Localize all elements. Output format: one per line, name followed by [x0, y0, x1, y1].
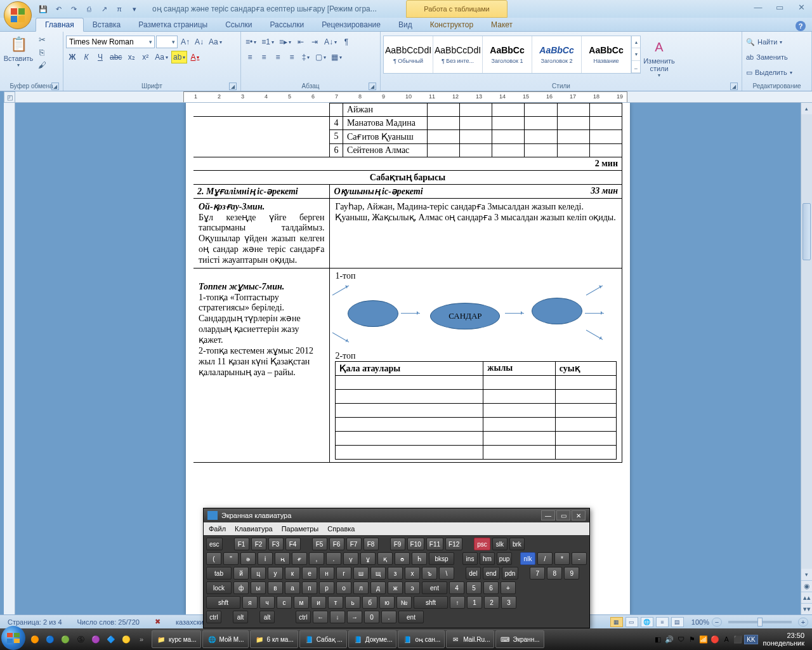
- osk-key[interactable]: 9: [564, 567, 579, 580]
- osk-key[interactable]: F8: [363, 538, 379, 550]
- osk-key[interactable]: р: [319, 581, 334, 594]
- tray-icon[interactable]: ⚑: [687, 634, 697, 644]
- osk-minimize-button[interactable]: —: [541, 510, 555, 521]
- osk-key[interactable]: pdn: [502, 567, 519, 580]
- zoom-slider[interactable]: [728, 621, 792, 623]
- osk-key[interactable]: ұ: [360, 552, 376, 565]
- osk-key[interactable]: 7: [530, 567, 545, 580]
- dedent-button[interactable]: ⇤: [294, 36, 307, 48]
- osk-key[interactable]: і: [258, 552, 273, 565]
- osk-key[interactable]: F12: [445, 538, 462, 550]
- osk-key[interactable]: ж: [388, 581, 403, 594]
- find-button[interactable]: 🔍Найти▾: [745, 36, 783, 48]
- osk-key[interactable]: ю: [379, 596, 395, 609]
- tab-insert[interactable]: Вставка: [84, 18, 130, 31]
- osk-key[interactable]: н: [319, 567, 334, 580]
- osk-key[interactable]: о: [336, 581, 351, 594]
- style-item[interactable]: AaBbCcЗаголовок 1: [483, 36, 532, 73]
- change-case-button[interactable]: Aa: [153, 51, 170, 63]
- multilevel-button[interactable]: ≡▸: [277, 36, 293, 48]
- osk-key[interactable]: ent: [422, 581, 447, 594]
- view-print-layout[interactable]: ▦: [610, 617, 623, 627]
- superscript-button[interactable]: x²: [139, 51, 152, 63]
- osk-menu-file[interactable]: Файл: [209, 525, 226, 533]
- ql-item[interactable]: 🟡: [119, 632, 133, 647]
- word-count[interactable]: Число слов: 25/720: [74, 618, 143, 626]
- clipboard-dialog-icon[interactable]: ◢: [51, 83, 59, 90]
- osk-key[interactable]: *: [554, 552, 570, 565]
- subscript-button[interactable]: x₂: [125, 51, 138, 63]
- grow-font-icon[interactable]: A↑: [179, 36, 192, 48]
- osk-key[interactable]: bksp: [429, 552, 454, 565]
- osk-key[interactable]: п: [302, 581, 317, 594]
- scroll-up-icon[interactable]: ▴: [801, 103, 812, 114]
- ruler-toggle-icon[interactable]: ◰: [4, 91, 15, 103]
- osk-key[interactable]: tab: [206, 567, 232, 580]
- taskbar-item[interactable]: 📘оң сан...: [398, 630, 445, 648]
- shading-button[interactable]: ▢: [313, 51, 328, 63]
- osk-key[interactable]: к: [285, 567, 300, 580]
- on-screen-keyboard[interactable]: Экранная клавиатура — ▭ ✕ Файл Клавиатур…: [203, 508, 590, 628]
- osk-key[interactable]: я: [242, 596, 258, 609]
- osk-key[interactable]: /: [537, 552, 553, 565]
- tray-icon[interactable]: A: [721, 634, 731, 644]
- office-button[interactable]: [4, 1, 32, 29]
- osk-key[interactable]: F11: [426, 538, 443, 550]
- cut-icon[interactable]: ✂: [37, 34, 47, 44]
- sort-button[interactable]: A↓: [322, 36, 339, 48]
- osk-key[interactable]: т: [328, 596, 343, 609]
- osk-key[interactable]: й: [233, 567, 249, 580]
- styles-dialog-icon[interactable]: ◢: [730, 83, 738, 90]
- style-item[interactable]: AaBbCcDdI¶ Без инте...: [433, 36, 483, 73]
- osk-key[interactable]: ъ: [422, 567, 437, 580]
- osk-key[interactable]: ш: [353, 567, 369, 580]
- osk-key[interactable]: э: [405, 581, 420, 594]
- format-painter-icon[interactable]: 🖌: [37, 60, 47, 70]
- osk-key[interactable]: а: [285, 581, 300, 594]
- osk-key[interactable]: lock: [206, 581, 232, 594]
- style-item[interactable]: AaBbCcЗаголовок 2: [532, 36, 582, 73]
- align-right-button[interactable]: ≡: [272, 51, 284, 63]
- ql-more-icon[interactable]: »: [134, 632, 148, 647]
- copy-icon[interactable]: ⎘: [37, 47, 47, 57]
- ql-item[interactable]: 🟠: [28, 632, 42, 647]
- ql-item[interactable]: 🔷: [104, 632, 118, 647]
- tab-home[interactable]: Главная: [36, 18, 84, 32]
- tab-layout[interactable]: Разметка страницы: [129, 18, 216, 31]
- qat-custom-icon[interactable]: ⎙: [84, 4, 94, 14]
- prev-page-icon[interactable]: ▴▴: [801, 592, 812, 603]
- osk-key[interactable]: 1: [467, 596, 482, 609]
- page-indicator[interactable]: Страница: 2 из 4: [4, 618, 66, 626]
- view-full-screen[interactable]: ▭: [625, 617, 638, 627]
- osk-key[interactable]: esc: [206, 538, 223, 550]
- osk-key[interactable]: del: [466, 567, 481, 580]
- align-left-button[interactable]: ≡: [244, 51, 256, 63]
- ql-item[interactable]: 🔵: [43, 632, 57, 647]
- osk-key[interactable]: ctrl: [206, 611, 221, 623]
- osk-key[interactable]: 0: [364, 611, 379, 623]
- view-draft[interactable]: ▤: [671, 617, 684, 627]
- osk-key[interactable]: с: [277, 596, 292, 609]
- osk-key[interactable]: ↑: [450, 596, 465, 609]
- osk-key[interactable]: у: [268, 567, 283, 580]
- paste-button[interactable]: 📋 Вставить ▾: [3, 33, 34, 69]
- underline-button[interactable]: Ч: [94, 51, 107, 63]
- qat-custom2-icon[interactable]: ↗: [99, 4, 109, 14]
- osk-key[interactable]: ins: [462, 552, 478, 565]
- osk-key[interactable]: nlk: [520, 552, 535, 565]
- osk-key[interactable]: ч: [259, 596, 275, 609]
- tab-review[interactable]: Рецензирование: [313, 18, 390, 31]
- osk-key[interactable]: F9: [390, 538, 405, 550]
- show-marks-button[interactable]: ¶: [340, 36, 353, 48]
- osk-key[interactable]: №: [396, 596, 412, 609]
- osk-key[interactable]: ф: [233, 581, 249, 594]
- osk-key[interactable]: .: [381, 611, 396, 623]
- zoom-in-button[interactable]: +: [798, 618, 808, 627]
- osk-key[interactable]: F7: [346, 538, 362, 550]
- gallery-more-icon[interactable]: ⎯: [632, 61, 640, 73]
- osk-key[interactable]: F4: [285, 538, 301, 550]
- taskbar-item[interactable]: 📁6 кл ма...: [250, 630, 298, 648]
- redo-icon[interactable]: ↷: [69, 4, 79, 14]
- tray-icon[interactable]: 🔊: [664, 634, 674, 644]
- osk-maximize-button[interactable]: ▭: [556, 510, 570, 521]
